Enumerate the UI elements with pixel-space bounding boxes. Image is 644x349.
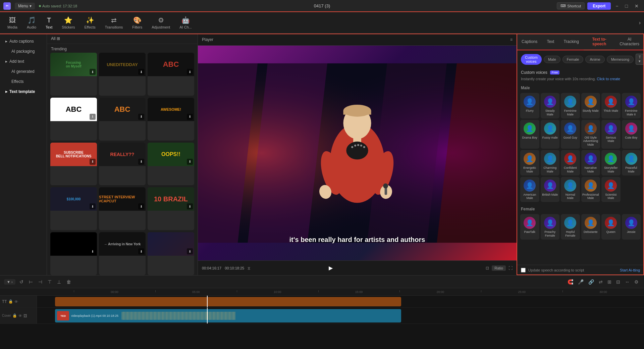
link-button[interactable]: 🔗 bbox=[587, 279, 595, 285]
template-card-7[interactable]: SUBSCRIBE BELL NOTIFICATIONS⬇ bbox=[50, 143, 97, 186]
voice-card-jessie[interactable]: 👤Jessie bbox=[622, 214, 641, 240]
voice-card-american-male[interactable]: 👤American Male bbox=[520, 177, 539, 202]
voice-card-drama-boy[interactable]: 👤Drama Boy bbox=[520, 120, 539, 149]
template-download-5[interactable]: ⬇ bbox=[138, 114, 144, 120]
trim-end-button[interactable]: ⊤ bbox=[46, 279, 53, 285]
voice-card-energetic-male[interactable]: 👤Energetic Male bbox=[520, 150, 539, 176]
voice-card-charming-male[interactable]: 👤Charming Male bbox=[541, 150, 560, 176]
play-button[interactable]: ▶ bbox=[329, 265, 333, 271]
click-to-create-link[interactable]: Click to create bbox=[597, 77, 620, 81]
voice-card-cute-boy[interactable]: 👤Cute Boy bbox=[622, 120, 641, 149]
cursor-tool[interactable]: ▼ › bbox=[4, 279, 15, 285]
voice-card-serious-male[interactable]: 👤Serious Male bbox=[601, 120, 621, 149]
template-download-4[interactable]: ⬇ bbox=[90, 114, 96, 120]
template-download-11[interactable]: ⬇ bbox=[138, 203, 144, 209]
voice-card-feminine-male[interactable]: 👤Feminine Male bbox=[561, 93, 580, 118]
voice-card-queen[interactable]: 👤Queen bbox=[601, 214, 621, 240]
template-download-6[interactable]: ⬇ bbox=[187, 114, 193, 120]
ratio-button[interactable]: Ratio bbox=[492, 265, 506, 271]
video-clip[interactable]: TED videoplayback (1).mp4 00:10:18:25 bbox=[55, 309, 401, 322]
filter-all-button[interactable]: All ⊞ bbox=[51, 36, 60, 41]
voice-card-british-male[interactable]: 👤British Male bbox=[541, 177, 560, 202]
template-card-13[interactable]: ⬇ bbox=[50, 232, 97, 275]
template-card-9[interactable]: OOPS!!⬇ bbox=[148, 143, 194, 186]
voice-filter-anime[interactable]: Anime bbox=[585, 56, 604, 63]
fit-screen-button[interactable]: ⊡ bbox=[486, 266, 489, 270]
video-track-extra[interactable]: 🖼 bbox=[23, 314, 27, 318]
crop-button[interactable]: ⊥ bbox=[56, 279, 62, 285]
voice-card-feminine-male-2[interactable]: 👤Feminine Male II bbox=[622, 93, 641, 118]
video-track-lock[interactable]: 🔒 bbox=[12, 313, 17, 318]
template-card-6[interactable]: AWESOME!⬇ bbox=[148, 98, 194, 141]
voice-card-scientist-male[interactable]: 👤Scientist Male bbox=[601, 177, 621, 202]
player-menu-button[interactable]: ≡ bbox=[510, 37, 513, 42]
template-download-12[interactable]: ⬇ bbox=[187, 203, 193, 209]
template-card-10[interactable]: $100,000⬇ bbox=[50, 187, 97, 230]
magnet-button[interactable]: 🧲 bbox=[566, 279, 575, 285]
zoom-out-button[interactable]: ⊟ bbox=[615, 279, 622, 285]
template-download-10[interactable]: ⬇ bbox=[90, 203, 96, 209]
right-tab-text[interactable]: Text bbox=[542, 34, 559, 50]
toolbar-item-effects[interactable]: ✨Effects bbox=[80, 14, 99, 31]
voice-card-preachy-female[interactable]: 👤Preachy Female bbox=[541, 214, 560, 240]
template-card-8[interactable]: REALLY??⬇ bbox=[99, 143, 146, 186]
template-card-11[interactable]: STREET INTERVIEW #CAPCUT⬇ bbox=[99, 187, 146, 230]
toolbar-item-text[interactable]: TText bbox=[42, 14, 56, 31]
voice-card-hopful-female[interactable]: 👤Hopful Female bbox=[561, 214, 580, 240]
left-panel-item-ai-packaging[interactable]: AI packaging bbox=[0, 46, 47, 56]
toolbar-item-audio[interactable]: 🎵Audio bbox=[23, 14, 40, 31]
voice-card-narrative-male[interactable]: 👤Narrative Male bbox=[581, 150, 600, 176]
fullscreen-button[interactable]: ⛶ bbox=[508, 266, 513, 270]
toolbar-item-filters[interactable]: 🎨Filters bbox=[128, 14, 146, 31]
voice-filter-female[interactable]: Female bbox=[562, 56, 584, 63]
undo-button[interactable]: ↺ bbox=[18, 279, 25, 285]
voice-filter-custom[interactable]: Custom voices bbox=[521, 54, 542, 65]
left-panel-item-ai-generated[interactable]: AI generated bbox=[0, 66, 47, 77]
menu-button[interactable]: Menu ▾ bbox=[15, 3, 35, 9]
left-panel-item-add-text[interactable]: ▸Add text bbox=[0, 56, 47, 66]
toolbar-item-transitions[interactable]: ⇄Transitions bbox=[101, 14, 127, 31]
template-download-14[interactable]: ⬇ bbox=[138, 248, 144, 254]
split-button[interactable]: ⊢ bbox=[28, 279, 34, 285]
template-download-15[interactable]: ⬇ bbox=[187, 248, 193, 254]
voice-filter-male[interactable]: Male bbox=[544, 56, 560, 63]
voice-card-storyteller-male[interactable]: 👤Storyteller Male bbox=[601, 150, 621, 176]
right-tab-tts[interactable]: Text to-speech bbox=[584, 34, 615, 50]
template-card-3[interactable]: ABC⬇ bbox=[148, 53, 194, 96]
voice-filter-more-button[interactable]: T ▾ bbox=[636, 54, 644, 65]
shortcut-button[interactable]: ⌨ Shortcut bbox=[557, 2, 585, 9]
toolbar-item-ai_ch[interactable]: 🤖AI Ch... bbox=[175, 14, 196, 31]
voice-card-good-guy[interactable]: 👤Good Guy bbox=[561, 120, 580, 149]
right-tab-captions[interactable]: Captions bbox=[517, 34, 542, 50]
mic-button[interactable]: 🎤 bbox=[577, 279, 585, 285]
template-card-12[interactable]: 10 BRAZIL⬇ bbox=[148, 187, 194, 230]
update-script-checkbox[interactable] bbox=[521, 268, 526, 272]
voice-card-peaceful-male[interactable]: 👤Peaceful Male bbox=[622, 150, 641, 176]
template-card-4[interactable]: ABC⬇ bbox=[50, 98, 97, 141]
close-button[interactable]: ✕ bbox=[633, 3, 641, 9]
minimize-button[interactable]: − bbox=[613, 3, 620, 9]
template-download-7[interactable]: ⬇ bbox=[90, 159, 96, 165]
voice-card-debutante[interactable]: 👤Debutante bbox=[581, 214, 600, 240]
voice-card-confident-male[interactable]: 👤Confident Male bbox=[561, 150, 580, 176]
text-clip[interactable] bbox=[55, 297, 401, 306]
fit-timeline-button[interactable]: ↔ bbox=[624, 279, 631, 285]
template-download-1[interactable]: ⬇ bbox=[90, 69, 96, 75]
toolbar-item-adjustment[interactable]: ⚙Adjustment bbox=[148, 14, 174, 31]
template-download-3[interactable]: ⬇ bbox=[187, 69, 193, 75]
right-tab-ai-chars[interactable]: AI Characters bbox=[615, 34, 644, 50]
text-track-lock[interactable]: 🔒 bbox=[8, 299, 13, 304]
video-track-eye[interactable]: 👁 bbox=[18, 314, 22, 318]
right-tab-tracking[interactable]: Tracking bbox=[559, 34, 584, 50]
template-card-15[interactable]: ⬇ bbox=[148, 232, 194, 275]
timeline-zoom-button[interactable]: ⧖ bbox=[248, 266, 250, 270]
start-ai-button[interactable]: Start Ai-tting bbox=[620, 268, 640, 272]
voice-card-sturdy-male[interactable]: 👤Sturdy Male bbox=[581, 93, 600, 118]
video-playhead[interactable] bbox=[207, 308, 208, 323]
toolbar-item-media[interactable]: 🖼Media bbox=[3, 14, 21, 31]
template-download-8[interactable]: ⬇ bbox=[138, 159, 144, 165]
template-card-14[interactable]: → Arriving in New York⬇ bbox=[99, 232, 146, 275]
voice-card-pawtalk[interactable]: 👤PawTalk bbox=[520, 214, 539, 240]
voice-card-flurry[interactable]: 👤Flurry bbox=[520, 93, 539, 118]
template-card-1[interactable]: Focusing on Myself⬇ bbox=[50, 53, 97, 96]
